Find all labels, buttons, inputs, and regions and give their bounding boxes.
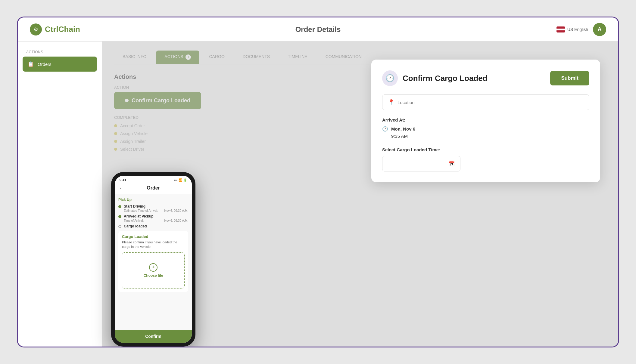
phone-status-bar: 9:41 ▪▪▪ 📶 🔋 [115,176,192,183]
app-header: ⚙ CtrlChain Order Details US English A [18,17,618,42]
user-avatar[interactable]: A [593,23,606,36]
file-upload-area[interactable]: + Choose file [122,252,185,288]
phone-time: 9:41 [120,178,126,182]
location-pin-icon: 📍 [388,99,394,106]
logo-icon: ⚙ [30,23,42,35]
add-file-icon: + [149,263,157,272]
lang-text: US English [567,27,588,32]
location-input[interactable] [398,100,584,105]
sidebar: ACTIONS 📋 Orders [18,42,102,347]
cargo-time-label: Select Cargo Loaded Time: [382,147,589,152]
timeline-item: Arrived at Pickup Time of Arrival: Nov 6… [118,214,188,222]
lang-selector[interactable]: US English [556,26,588,32]
date-picker-input[interactable]: 📅 [382,156,460,171]
sidebar-item-label: Orders [38,62,51,67]
phone-frame: 9:41 ▪▪▪ 📶 🔋 ← Order [111,172,195,347]
timeline-dot [118,205,121,208]
signal-icon: ▪▪▪ [174,178,177,182]
wifi-icon: 📶 [179,178,182,182]
app-body: ACTIONS 📋 Orders BASIC INFO ACTIONS 1 [18,42,618,347]
cargo-loaded-card: Cargo Loaded Please confirm if you have … [118,231,188,292]
time-text: Mon, Nov 6 9:35 AM [391,125,415,140]
timeline-sub: Estimated Time of Arrival: Nov 6, 09:30 … [124,209,188,212]
header-title: Order Details [295,25,341,34]
cargo-loaded-title: Cargo Loaded [122,234,185,239]
timeline-item: Start Driving Estimated Time of Arrival:… [118,204,188,212]
arrived-at-label: Arrived At: [382,117,589,122]
timeline-item: Cargo loaded [118,224,188,228]
submit-button[interactable]: Submit [550,71,589,85]
phone-screen-title: Order [147,185,160,191]
back-button[interactable]: ← [119,185,124,191]
location-input-wrapper[interactable]: 📍 [382,94,589,110]
timeline-dot-empty [118,225,121,228]
header-right: US English A [556,23,606,36]
modal-title-area: 🕐 Confirm Cargo Loaded [382,70,488,86]
phone-header: ← Order [115,183,192,194]
timeline-info: Start Driving Estimated Time of Arrival:… [124,204,188,212]
orders-icon: 📋 [27,61,34,67]
logo-area: ⚙ CtrlChain [30,23,80,35]
phone-screen: 9:41 ▪▪▪ 📶 🔋 ← Order [115,176,192,343]
modal-card: 🕐 Confirm Cargo Loaded Submit 📍 Arrived … [371,60,600,182]
phone-content: Pick Up Start Driving Estimated Time of … [115,194,192,330]
flag-icon [556,26,565,32]
modal-icon: 🕐 [382,70,398,86]
desktop-app: ⚙ CtrlChain Order Details US English A A… [18,17,618,347]
main-content: BASIC INFO ACTIONS 1 CARGO DOCUMENTS TIM… [102,42,618,347]
cargo-loaded-desc: Please confirm if you have loaded the ca… [122,240,185,249]
timeline-info: Cargo loaded [124,224,188,228]
timeline-sub: Time of Arrival: Nov 6, 09:30 A.M. [124,219,188,222]
timeline-dot [118,215,121,218]
battery-icon: 🔋 [183,178,187,182]
phone-status-icons: ▪▪▪ 📶 🔋 [174,178,187,182]
choose-file-label: Choose file [144,273,163,278]
arrived-time: 🕐 Mon, Nov 6 9:35 AM [382,125,589,140]
modal-title: Confirm Cargo Loaded [403,74,488,83]
logo-text: CtrlChain [45,25,80,34]
main-container: ⚙ CtrlChain Order Details US English A A… [17,17,619,347]
modal-header: 🕐 Confirm Cargo Loaded Submit [382,70,589,86]
calendar-icon: 📅 [448,160,455,167]
timeline-info: Arrived at Pickup Time of Arrival: Nov 6… [124,214,188,222]
phone-wrapper: 9:41 ▪▪▪ 📶 🔋 ← Order [111,172,195,347]
pickup-label: Pick Up [118,198,188,202]
phone-confirm-button[interactable]: Confirm [115,330,192,343]
sidebar-section-label: ACTIONS [23,48,97,57]
sidebar-item-orders[interactable]: 📋 Orders [23,57,97,72]
clock-icon: 🕐 [382,126,388,132]
